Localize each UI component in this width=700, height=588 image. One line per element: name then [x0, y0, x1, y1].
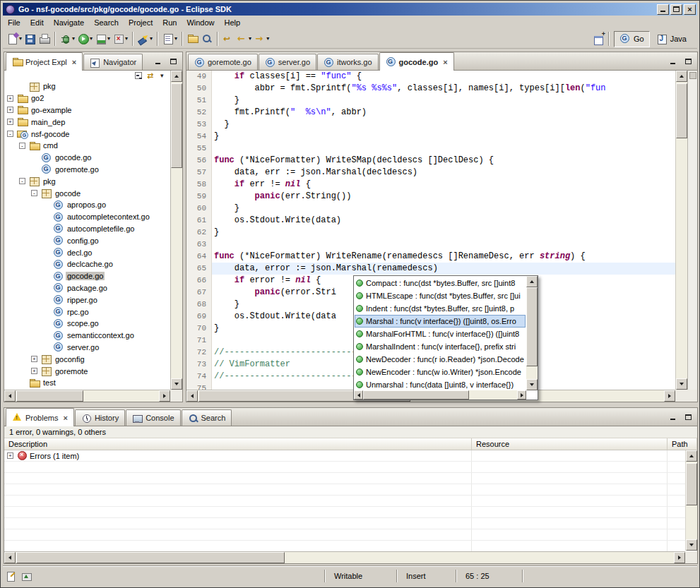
close-button[interactable]: × [684, 4, 696, 15]
explorer-tab-project-expl[interactable]: Project Expl× [6, 52, 83, 71]
menu-file[interactable]: File [3, 17, 25, 28]
code-line[interactable]: 52 fmt.Printf(" %s\n", abbr) [186, 107, 675, 119]
maximize-button[interactable] [670, 4, 682, 15]
autocomplete-item-newdecoder[interactable]: NewDecoder : func(r io.Reader) *json.Dec… [355, 353, 526, 366]
code-line[interactable]: 59 panic(err.String()) [186, 191, 675, 203]
tree-item-pkg[interactable]: -pkg [4, 175, 170, 187]
tree-item-server.go[interactable]: server.go [4, 342, 170, 354]
explorer-hscrollbar[interactable] [4, 390, 170, 402]
tree-item-goconfig[interactable]: +goconfig [4, 353, 170, 365]
autocomplete-hscrollbar[interactable] [354, 390, 526, 400]
code-line[interactable]: 55 [186, 143, 675, 155]
new-task-button[interactable]: ▾ [161, 30, 179, 47]
minimize-view-button[interactable] [667, 412, 680, 423]
tree-item-gocode[interactable]: -gocode [4, 187, 170, 199]
external-tools-button[interactable]: ▾ [112, 30, 129, 47]
tree-item-go2[interactable]: +go2 [4, 92, 170, 104]
tree-item-nsf-gocode[interactable]: -nsf-gocode [4, 128, 170, 140]
autocomplete-vscrollbar[interactable] [526, 276, 538, 390]
scroll-thumb[interactable] [363, 390, 469, 400]
scroll-right-button[interactable] [159, 390, 170, 402]
column-header-path[interactable]: Path [668, 438, 697, 450]
expander-icon[interactable]: + [7, 119, 13, 125]
dropdown-arrow-icon[interactable]: ▾ [174, 36, 177, 42]
minimize-view-button[interactable] [152, 56, 165, 67]
expander-icon[interactable]: + [31, 356, 37, 362]
menu-help[interactable]: Help [220, 17, 246, 28]
dropdown-arrow-icon[interactable]: ▾ [19, 36, 22, 42]
scroll-thumb[interactable] [526, 287, 538, 366]
open-perspective-button[interactable] [591, 30, 605, 47]
tree-item-main-dep[interactable]: +main_dep [4, 116, 170, 128]
save-button[interactable] [23, 30, 37, 47]
autocomplete-item-htmlescape[interactable]: HTMLEscape : func(dst *bytes.Buffer, src… [355, 289, 526, 302]
scroll-left-button[interactable] [186, 390, 198, 402]
scroll-right-button[interactable] [664, 390, 675, 402]
close-icon[interactable]: × [443, 58, 447, 66]
close-icon[interactable]: × [72, 58, 76, 66]
editor-tab-goremote.go[interactable]: goremote.go [188, 54, 258, 70]
scroll-left-button[interactable] [4, 390, 16, 402]
tree-item-decl.go[interactable]: decl.go [4, 246, 170, 258]
problems-tab-search[interactable]: Search [182, 409, 232, 426]
tree-item-scope.go[interactable]: scope.go [4, 318, 170, 330]
code-line[interactable]: 64func (*NiceFormatter) WriteRename(rena… [186, 251, 675, 263]
forward-button[interactable]: ▾ [253, 30, 271, 47]
dropdown-arrow-icon[interactable]: ▾ [107, 36, 110, 42]
column-header-resource[interactable]: Resource [472, 438, 668, 450]
expander-icon[interactable]: - [19, 178, 25, 184]
run-button[interactable]: ▾ [76, 30, 94, 47]
tree-item-semanticcontext.go[interactable]: semanticcontext.go [4, 330, 170, 342]
code-line[interactable]: 57 data, err := json.Marshal(decldescs) [186, 167, 675, 179]
collapse-all-icon[interactable] [135, 71, 144, 80]
code-line[interactable]: 65 data, error := json.Marshal(renamedes… [186, 263, 675, 275]
fast-view-icon[interactable] [21, 570, 32, 582]
scroll-thumb[interactable] [16, 552, 285, 563]
tree-item-autocompletefile.go[interactable]: autocompletefile.go [4, 223, 170, 235]
autocomplete-item-indent[interactable]: Indent : func(dst *bytes.Buffer, src []u… [355, 302, 526, 315]
scroll-right-button[interactable] [674, 552, 685, 563]
autocomplete-item-newencoder[interactable]: NewEncoder : func(w io.Writer) *json.Enc… [355, 366, 526, 378]
expander-icon[interactable]: + [31, 368, 37, 374]
dropdown-arrow-icon[interactable]: ▾ [125, 36, 128, 42]
tree-item-cmd[interactable]: -cmd [4, 140, 170, 152]
dropdown-arrow-icon[interactable]: ▾ [72, 36, 75, 42]
last-edit-location-button[interactable] [221, 30, 235, 47]
code-line[interactable]: 62} [186, 227, 675, 239]
autocomplete-item-unmarshal[interactable]: Unmarshal : func(data []uint8, v interfa… [355, 378, 526, 390]
scroll-thumb[interactable] [686, 463, 697, 505]
menu-search[interactable]: Search [89, 17, 124, 28]
code-line[interactable]: 63 [186, 239, 675, 251]
tree-item-autocompletecontext.go[interactable]: autocompletecontext.go [4, 211, 170, 223]
problems-tab-history[interactable]: History [75, 409, 125, 426]
scroll-thumb[interactable] [171, 83, 182, 168]
tree-item-goremote[interactable]: +goremote [4, 365, 170, 377]
expander-icon[interactable]: + [7, 452, 13, 459]
tree-item-gocode.go[interactable]: gocode.go [4, 270, 170, 282]
maximize-view-button[interactable] [167, 56, 179, 67]
view-menu-icon[interactable] [159, 71, 168, 80]
explorer-tab-navigator[interactable]: Navigator [83, 54, 143, 70]
code-line[interactable]: 50 abbr = fmt.Sprintf("%s %s%s", classes… [186, 83, 675, 95]
editor-tab-itworks.go[interactable]: itworks.go [317, 54, 379, 70]
window-titlebar[interactable]: Go - nsf-gocode/src/pkg/gocode/gocode.go… [3, 3, 697, 16]
scroll-up-button[interactable] [526, 276, 538, 287]
expander-icon[interactable]: + [7, 107, 13, 113]
problems-vscrollbar[interactable] [685, 450, 697, 551]
expander-icon[interactable]: - [31, 190, 37, 196]
dropdown-arrow-icon[interactable]: ▾ [90, 36, 93, 42]
menu-project[interactable]: Project [124, 17, 158, 28]
code-line[interactable]: 56func (*NiceFormatter) WriteSMap(declde… [186, 155, 675, 167]
tree-item-ripper.go[interactable]: ripper.go [4, 294, 170, 306]
scroll-left-button[interactable] [354, 390, 363, 400]
menu-navigate[interactable]: Navigate [49, 17, 89, 28]
close-icon[interactable]: × [63, 414, 67, 422]
open-type-button[interactable] [200, 30, 214, 47]
scroll-left-button[interactable] [4, 552, 16, 563]
autocomplete-item-marshal[interactable]: Marshal : func(v interface{}) ([]uint8, … [355, 315, 526, 328]
scroll-thumb[interactable] [676, 83, 687, 138]
dropdown-arrow-icon[interactable]: ▾ [266, 36, 269, 42]
code-line[interactable]: 60 } [186, 203, 675, 215]
autocomplete-item-compact[interactable]: Compact : func(dst *bytes.Buffer, src []… [355, 277, 526, 289]
new-button[interactable]: ▾ [6, 30, 23, 47]
